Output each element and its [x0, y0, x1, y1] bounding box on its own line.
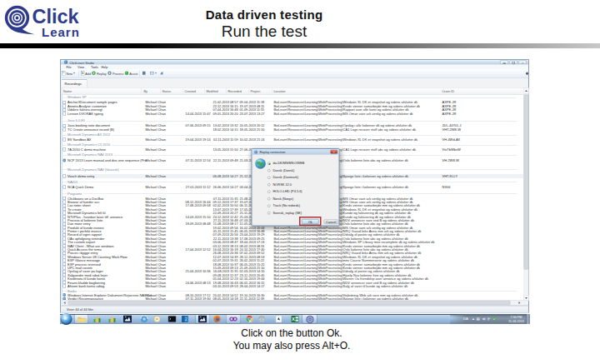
- svg-text:X: X: [292, 317, 295, 322]
- svg-text:2: 2: [185, 317, 188, 322]
